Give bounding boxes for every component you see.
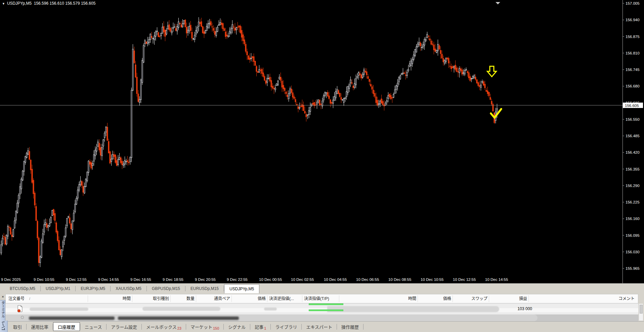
chart-tab-usdjpyp-m5[interactable]: USDJPYp,M5	[224, 284, 259, 293]
column-separator	[453, 295, 453, 302]
account-history-table-header: 注文番号/時間取引種別数量通貨ペア価格決済逆指値(...決済指値(T/P)時間価…	[5, 294, 638, 303]
scrollbar-thumb[interactable]	[640, 305, 643, 313]
price-axis-label: 156.940	[626, 18, 640, 22]
bottom-tab-label: アラーム設定	[111, 324, 137, 330]
column-header[interactable]: 決済指値(T/P)	[303, 294, 339, 303]
price-axis-label: 155.965	[626, 266, 640, 270]
column-separator	[231, 295, 232, 302]
column-header[interactable]: スワップ	[453, 294, 489, 303]
bottom-tab-label: シグナル	[228, 324, 246, 330]
price-axis-label: 156.550	[626, 117, 640, 121]
terminal-close-button[interactable]: ×	[1, 295, 5, 299]
price-axis-label: 156.810	[626, 51, 640, 55]
column-header[interactable]: 損益	[489, 294, 528, 303]
terminal-panel: × ターミナル 注文番号/時間取引種別数量通貨ペア価格決済逆指値(...決済指値…	[0, 293, 644, 321]
tp-progress-bar	[309, 309, 343, 311]
symbol-bar: ▼USDJPYp,M5 156.596 156.610 156.579 156.…	[2, 1, 95, 6]
chart-tab-eurjpyp-m5[interactable]: EURJPYp,M5	[76, 284, 110, 293]
time-axis-label: 10 Dec 04:55	[324, 278, 347, 282]
bottom-tab-10[interactable]: エキスパート	[302, 322, 337, 332]
vertical-scrollbar[interactable]	[639, 304, 643, 321]
column-header[interactable]: 通貨ペア	[197, 294, 231, 303]
bottom-tab-label: ライブラリ	[275, 324, 297, 330]
time-axis-label: 9 Dec 16:55	[130, 278, 151, 282]
bottom-tab-label: ニュース	[85, 324, 102, 330]
time-axis-label: 10 Dec 02:55	[291, 278, 314, 282]
chart-symbol-label: USDJPYp,M5	[7, 1, 32, 6]
bottom-tab-0[interactable]: 取引	[9, 322, 26, 332]
price-axis-label: 156.160	[626, 217, 640, 221]
price-axis-label: 156.355	[626, 167, 640, 171]
time-axis-label: 10 Dec 00:55	[259, 278, 282, 282]
bottom-tab-6[interactable]: マーケット150	[186, 322, 223, 332]
column-separator	[418, 295, 418, 302]
chart-tab-btcusdp-m5[interactable]: BTCUSDp,M5	[5, 284, 40, 293]
time-axis-label: 9 Dec 22:55	[227, 278, 248, 282]
redacted-price	[264, 307, 277, 310]
chart-tab-eurusdp-m15[interactable]: EURUSDp,M15	[185, 284, 224, 293]
bottom-tab-1[interactable]: 運用比率	[27, 322, 53, 332]
history-row[interactable]	[5, 315, 638, 321]
bottom-tab-label: 取引	[13, 324, 22, 330]
column-header[interactable]: 時間	[88, 294, 132, 303]
time-axis-label: 9 Dec 20:55	[195, 278, 216, 282]
column-header[interactable]: 価格	[418, 294, 453, 303]
column-separator	[339, 295, 339, 302]
chart-dropdown-icon[interactable]: ▼	[2, 2, 5, 5]
bottom-tab-3[interactable]: ニュース	[80, 322, 106, 332]
bottom-tab-2[interactable]: 口座履歴	[53, 322, 80, 331]
current-price-label: 156.605	[625, 104, 639, 108]
mt4-window: 157.005156.940156.875156.810156.745156.6…	[0, 0, 644, 332]
column-separator	[528, 295, 529, 302]
ohlc-close: 156.605	[81, 1, 95, 6]
history-row[interactable]: 103 000	[5, 304, 638, 314]
column-header[interactable]: 時間	[340, 294, 418, 303]
bottom-tab-9[interactable]: ライブラリ	[271, 322, 301, 332]
order-document-icon	[17, 305, 23, 312]
price-chart[interactable]: 157.005156.940156.875156.810156.745156.6…	[0, 0, 644, 283]
time-axis-label: 10 Dec 10:55	[421, 278, 443, 282]
column-separator	[88, 295, 88, 302]
column-header[interactable]: 数量	[171, 294, 196, 303]
bottom-tab-4[interactable]: アラーム設定	[106, 322, 141, 332]
column-separator	[170, 295, 171, 302]
bottom-tab-7[interactable]: シグナル	[224, 322, 250, 332]
ohlc-open: 156.596	[34, 1, 48, 6]
redacted-balance-text	[118, 317, 239, 320]
column-header[interactable]: 取引種別	[133, 294, 170, 303]
chart-tab-usdjpyp-m1[interactable]: USDJPYp,M1	[41, 284, 75, 293]
trade-down-arrow-icon	[487, 66, 497, 77]
chart-tab-xauusdp-m5[interactable]: XAUUSDp,M5	[111, 284, 146, 293]
column-separator	[302, 295, 302, 302]
tab-badge: 150	[213, 326, 219, 330]
chart-shift-triangle-icon[interactable]	[496, 2, 500, 4]
bottom-tab-11[interactable]: 操作履歴	[337, 322, 363, 332]
column-header[interactable]: 注文番号/	[7, 294, 88, 303]
column-header[interactable]: 決済逆指値(...	[268, 294, 302, 303]
column-separator	[489, 295, 489, 302]
time-axis-label: 10 Dec 14:55	[485, 278, 508, 282]
chart-tab-gbpusdp-m15[interactable]: GBPUSDp,M15	[147, 284, 185, 293]
chart-tabs-bar: BTCUSDp,M5USDJPYp,M1EURJPYp,M5XAUUSDp,M5…	[0, 283, 644, 293]
time-axis-label: 10 Dec 08:55	[388, 278, 411, 282]
time-axis-label: 10 Dec 12:55	[453, 278, 476, 282]
terminal-side-tab-label: ターミナル	[0, 301, 5, 318]
redacted-order-number	[30, 307, 88, 311]
column-header[interactable]: コメント	[529, 294, 636, 303]
price-axis-label: 156.680	[626, 84, 640, 88]
column-separator	[196, 295, 196, 302]
terminal-panel-icon	[0, 321, 8, 332]
bottom-tab-label: マーケット	[190, 324, 212, 330]
price-axis-label: 156.290	[626, 184, 640, 188]
bottom-tab-8[interactable]: 記事1	[250, 322, 270, 332]
sort-indicator: /	[29, 297, 30, 301]
column-header[interactable]: 価格	[232, 294, 267, 303]
bottom-tab-5[interactable]: メールボックス23	[142, 322, 186, 332]
ohlc-low: 156.579	[65, 1, 80, 6]
terminal-side-tab[interactable]: ターミナル	[0, 300, 5, 321]
bottom-tab-label: 口座履歴	[58, 324, 75, 330]
price-axis-label: 156.420	[626, 150, 640, 154]
time-axis-label: 9 Dec 14:55	[98, 278, 119, 282]
tp-progress-bar-top	[309, 303, 343, 305]
bottom-tab-label: エキスパート	[306, 324, 332, 330]
